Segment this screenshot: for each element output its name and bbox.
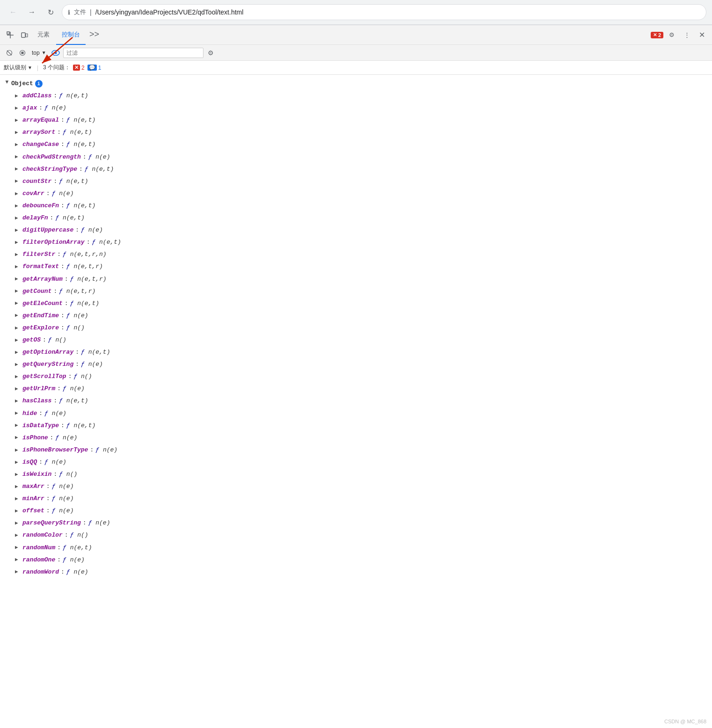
row-arrow[interactable]: ▶ [15, 495, 22, 503]
more-options-button[interactable]: ⋮ [680, 29, 693, 42]
table-row[interactable]: ▶ checkPwdStrength: ƒ n(e) [0, 151, 712, 163]
table-row[interactable]: ▶ hide: ƒ n(e) [0, 408, 712, 420]
address-bar[interactable]: ℹ 文件 | /Users/yingyan/IdeaProjects/VUE2/… [62, 4, 706, 20]
row-arrow[interactable]: ▶ [15, 519, 22, 528]
row-arrow[interactable]: ▶ [15, 153, 22, 161]
table-row[interactable]: ▶ randomNum: ƒ n(e,t) [0, 542, 712, 554]
table-row[interactable]: ▶ countStr: ƒ n(e,t) [0, 175, 712, 188]
tab-elements[interactable]: 元素 [32, 25, 55, 45]
device-toggle-button[interactable] [18, 29, 31, 42]
tab-more[interactable]: >> [87, 25, 102, 45]
inspect-element-button[interactable] [4, 29, 17, 42]
table-row[interactable]: ▶ checkStringType: ƒ n(e,t) [0, 163, 712, 175]
table-row[interactable]: ▶ minArr: ƒ n(e) [0, 493, 712, 505]
table-row[interactable]: ▶ getScrollTop: ƒ n() [0, 371, 712, 383]
row-arrow[interactable]: ▶ [15, 482, 22, 491]
table-row[interactable]: ▶ isDataType: ƒ n(e,t) [0, 420, 712, 432]
table-row[interactable]: ▶ randomColor: ƒ n() [0, 529, 712, 541]
forward-button[interactable]: → [24, 5, 39, 20]
row-arrow[interactable]: ▶ [15, 324, 22, 333]
row-arrow[interactable]: ▶ [15, 177, 22, 186]
table-row[interactable]: ▶ filterOptionArray: ƒ n(e,t) [0, 236, 712, 248]
table-row[interactable]: ▶ getArrayNum: ƒ n(e,t,r) [0, 273, 712, 285]
row-arrow[interactable]: ▶ [15, 458, 22, 467]
row-arrow[interactable]: ▶ [15, 470, 22, 479]
filter-input[interactable] [63, 48, 203, 58]
row-arrow[interactable]: ▶ [15, 507, 22, 516]
row-arrow[interactable]: ▶ [15, 336, 22, 345]
table-row[interactable]: ▶ offset: ƒ n(e) [0, 505, 712, 517]
row-arrow[interactable]: ▶ [15, 262, 22, 271]
error-badge[interactable]: ✕ 2 [651, 32, 663, 38]
row-arrow[interactable]: ▶ [15, 287, 22, 296]
close-button[interactable]: ✕ [695, 29, 708, 42]
table-row[interactable]: ▶ getExplore: ƒ n() [0, 322, 712, 334]
row-arrow[interactable]: ▶ [15, 385, 22, 393]
row-arrow[interactable]: ▶ [15, 555, 22, 564]
table-row[interactable]: ▶ hasClass: ƒ n(e,t) [0, 395, 712, 407]
table-row[interactable]: ▶ covArr: ƒ n(e) [0, 188, 712, 200]
default-level-dropdown[interactable]: 默认级别 ▼ [4, 64, 32, 72]
table-row[interactable]: ▶ isQQ: ƒ n(e) [0, 456, 712, 468]
row-arrow[interactable]: ▶ [15, 543, 22, 552]
table-row[interactable]: ▶ ajax: ƒ n(e) [0, 102, 712, 114]
table-row[interactable]: ▶ addClass: ƒ n(e,t) [0, 90, 712, 102]
row-arrow[interactable]: ▶ [15, 299, 22, 308]
row-arrow[interactable]: ▶ [15, 446, 22, 455]
table-row[interactable]: ▶ randomWord: ƒ n(e) [0, 566, 712, 578]
table-row[interactable]: ▶ arraySort: ƒ n(e,t) [0, 126, 712, 138]
settings-button[interactable]: ⚙ [665, 29, 678, 42]
row-arrow[interactable]: ▶ [15, 531, 22, 540]
row-arrow[interactable]: ▶ [15, 360, 22, 369]
row-arrow[interactable]: ▶ [15, 409, 22, 418]
row-arrow[interactable]: ▶ [15, 116, 22, 125]
row-arrow[interactable]: ▶ [15, 140, 22, 149]
console-output[interactable]: ▶ Object i ▶ addClass: ƒ n(e,t) ▶ ajax: … [0, 75, 712, 728]
refresh-button[interactable]: ↻ [43, 5, 58, 20]
table-row[interactable]: ▶ randomOne: ƒ n(e) [0, 554, 712, 566]
clear-console-button[interactable] [4, 47, 15, 58]
row-arrow[interactable]: ▶ [15, 92, 22, 101]
table-row[interactable]: ▶ getOptionArray: ƒ n(e,t) [0, 346, 712, 358]
table-row[interactable]: ▶ parseQueryString: ƒ n(e) [0, 517, 712, 529]
row-arrow[interactable]: ▶ [15, 568, 22, 576]
table-row[interactable]: ▶ getQueryString: ƒ n(e) [0, 358, 712, 371]
row-arrow[interactable]: ▶ [15, 214, 22, 223]
table-row[interactable]: ▶ getOS: ƒ n() [0, 334, 712, 346]
object-header-row[interactable]: ▶ Object i [0, 77, 712, 90]
table-row[interactable]: ▶ debounceFn: ƒ n(e,t) [0, 200, 712, 212]
row-arrow[interactable]: ▶ [15, 421, 22, 430]
table-row[interactable]: ▶ arrayEqual: ƒ n(e,t) [0, 114, 712, 126]
table-row[interactable]: ▶ formatText: ƒ n(e,t,r) [0, 261, 712, 273]
row-arrow[interactable]: ▶ [15, 311, 22, 320]
row-arrow[interactable]: ▶ [15, 275, 22, 284]
table-row[interactable]: ▶ getEndTime: ƒ n(e) [0, 310, 712, 322]
table-row[interactable]: ▶ isWeixin: ƒ n() [0, 468, 712, 480]
expand-object-arrow[interactable]: ▶ [3, 80, 12, 87]
stop-button[interactable] [17, 47, 28, 58]
eye-button[interactable] [50, 47, 61, 58]
row-arrow[interactable]: ▶ [15, 226, 22, 235]
table-row[interactable]: ▶ isPhoneBrowserType: ƒ n(e) [0, 444, 712, 456]
row-arrow[interactable]: ▶ [15, 189, 22, 198]
row-arrow[interactable]: ▶ [15, 397, 22, 406]
row-arrow[interactable]: ▶ [15, 202, 22, 211]
table-row[interactable]: ▶ isPhone: ƒ n(e) [0, 432, 712, 444]
table-row[interactable]: ▶ getEleCount: ƒ n(e,t) [0, 298, 712, 310]
row-arrow[interactable]: ▶ [15, 372, 22, 381]
table-row[interactable]: ▶ getCount: ƒ n(e,t,r) [0, 285, 712, 298]
row-arrow[interactable]: ▶ [15, 348, 22, 357]
row-arrow[interactable]: ▶ [15, 250, 22, 259]
filter-settings-button[interactable]: ⚙ [205, 47, 217, 58]
table-row[interactable]: ▶ getUrlPrm: ƒ n(e) [0, 383, 712, 395]
table-row[interactable]: ▶ changeCase: ƒ n(e,t) [0, 138, 712, 151]
table-row[interactable]: ▶ maxArr: ƒ n(e) [0, 480, 712, 493]
context-selector[interactable]: top ▼ [30, 49, 48, 57]
table-row[interactable]: ▶ delayFn: ƒ n(e,t) [0, 212, 712, 224]
table-row[interactable]: ▶ digitUppercase: ƒ n(e) [0, 224, 712, 236]
row-arrow[interactable]: ▶ [15, 433, 22, 442]
table-row[interactable]: ▶ filterStr: ƒ n(e,t,r,n) [0, 248, 712, 261]
tab-console[interactable]: 控制台 [56, 25, 86, 45]
row-arrow[interactable]: ▶ [15, 104, 22, 113]
row-arrow[interactable]: ▶ [15, 238, 22, 247]
